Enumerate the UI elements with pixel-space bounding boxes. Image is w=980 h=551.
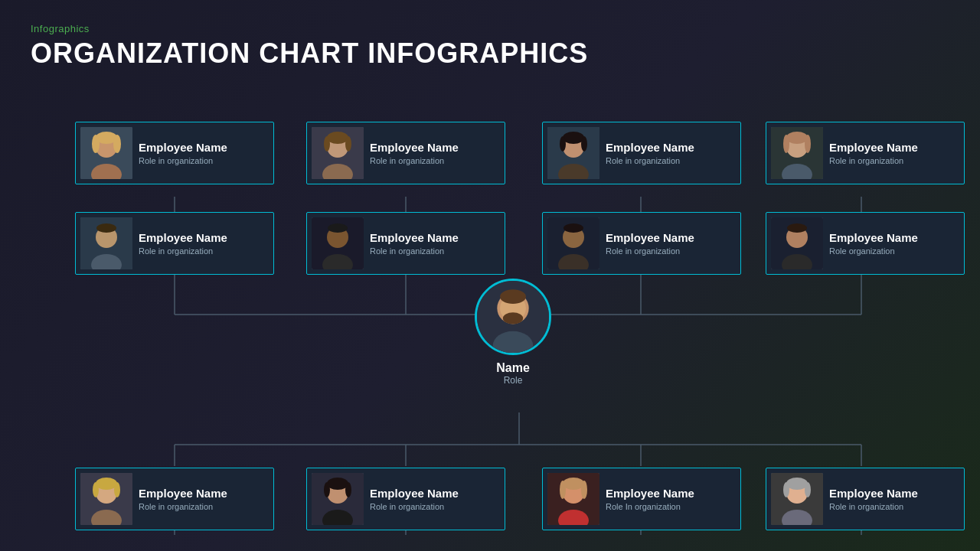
svg-point-89 [563, 478, 584, 490]
center-name: Name [496, 361, 530, 375]
emp-card-top-right-1: Employee Name Role in organization [766, 122, 965, 184]
emp-role: Role In organization [606, 502, 694, 511]
emp-name: Employee Name [139, 487, 227, 500]
page-title: ORGANIZATION CHART INFOGRAPHICS [31, 37, 949, 70]
svg-point-80 [324, 482, 330, 497]
center-avatar [475, 279, 551, 355]
emp-name: Employee Name [606, 141, 694, 155]
emp-name: Employee Name [606, 487, 694, 500]
avatar-top-midleft-1 [312, 127, 364, 179]
emp-info-bot-right-1: Employee Name Role in organization [829, 487, 918, 511]
infographics-label: Infographics [31, 23, 949, 34]
emp-info-top-midright-1: Employee Name Role in organization [606, 141, 694, 165]
avatar-top-midright-2 [547, 217, 599, 269]
emp-card-bot-left-1: Employee Name Role in organization [75, 468, 274, 530]
emp-role: Role in organization [829, 502, 918, 511]
emp-name: Employee Name [606, 231, 694, 245]
svg-point-25 [503, 312, 523, 324]
emp-info-top-midright-2: Employee Name Role in organization [606, 231, 694, 256]
emp-card-bot-right-1: Employee Name Role in organization [766, 468, 965, 530]
emp-name: Employee Name [139, 141, 227, 155]
avatar-bot-right-1 [771, 473, 823, 525]
emp-role: Role in organization [606, 156, 694, 165]
avatar-top-midleft-2 [312, 217, 364, 269]
emp-name: Employee Name [829, 141, 918, 155]
emp-role: Role in organization [139, 156, 227, 165]
svg-point-71 [114, 482, 120, 497]
emp-role: Role in organization [139, 246, 227, 256]
emp-role: Role in organization [829, 156, 918, 165]
avatar-bot-left-1 [80, 473, 132, 525]
svg-point-100 [783, 482, 789, 497]
emp-card-bot-midleft-1: Employee Name Role in organization [306, 468, 505, 530]
emp-name: Employee Name [829, 231, 918, 245]
svg-point-90 [560, 481, 566, 499]
emp-info-bot-left-1: Employee Name Role in organization [139, 487, 227, 511]
org-chart: Name Role Employee Name Role in organiza… [31, 83, 949, 535]
svg-point-51 [581, 136, 587, 152]
svg-point-81 [345, 482, 351, 497]
emp-card-top-left-1: Employee Name Role in organization [75, 122, 274, 184]
emp-role: Role in organization [139, 502, 227, 511]
svg-point-70 [93, 482, 99, 497]
emp-card-top-midleft-1: Employee Name Role in organization [306, 122, 505, 184]
emp-card-bot-midright-1: Employee Name Role In organization [542, 468, 741, 530]
emp-name: Employee Name [829, 487, 918, 500]
svg-point-101 [805, 482, 811, 497]
emp-info-top-right-1: Employee Name Role in organization [829, 141, 918, 165]
emp-role: Role in organization [370, 246, 459, 256]
emp-role: Role organization [829, 246, 918, 256]
svg-point-91 [581, 481, 587, 499]
svg-point-39 [327, 132, 348, 144]
center-role: Role [504, 375, 523, 386]
emp-name: Employee Name [370, 141, 459, 155]
emp-name: Employee Name [370, 231, 459, 245]
svg-point-61 [805, 135, 811, 153]
svg-point-41 [345, 136, 351, 152]
svg-point-24 [500, 289, 526, 304]
svg-point-79 [327, 478, 348, 490]
emp-card-top-right-2: Employee Name Role organization [766, 212, 965, 275]
slide: Infographics ORGANIZATION CHART INFOGRAP… [0, 0, 980, 551]
emp-card-top-left-2: Employee Name Role in organization [75, 212, 274, 275]
svg-point-40 [324, 136, 330, 152]
emp-info-top-right-2: Employee Name Role organization [829, 231, 918, 256]
avatar-top-midright-1 [547, 127, 599, 179]
svg-point-69 [96, 478, 117, 490]
emp-name: Employee Name [139, 231, 227, 245]
svg-point-45 [328, 223, 348, 233]
avatar-top-right-1 [771, 127, 823, 179]
emp-name: Employee Name [370, 487, 459, 500]
avatar-bot-midright-1 [547, 473, 599, 525]
svg-point-65 [787, 223, 807, 233]
svg-point-35 [96, 223, 116, 233]
svg-point-50 [560, 136, 566, 152]
emp-card-top-midleft-2: Employee Name Role in organization [306, 212, 505, 275]
emp-role: Role in organization [606, 246, 694, 256]
emp-card-top-midright-1: Employee Name Role in organization [542, 122, 741, 184]
avatar-top-right-2 [771, 217, 823, 269]
svg-point-99 [786, 478, 808, 490]
avatar-top-left-2 [80, 217, 132, 269]
emp-info-bot-midleft-1: Employee Name Role in organization [370, 487, 459, 511]
emp-info-bot-midright-1: Employee Name Role In organization [606, 487, 694, 511]
svg-point-30 [92, 135, 100, 153]
avatar-bot-midleft-1 [312, 473, 364, 525]
center-node: Name Role [475, 279, 551, 386]
emp-card-top-midright-2: Employee Name Role in organization [542, 212, 741, 275]
svg-point-49 [563, 132, 584, 144]
emp-role: Role in organization [370, 502, 459, 511]
svg-point-60 [783, 135, 789, 153]
emp-info-top-midleft-1: Employee Name Role in organization [370, 141, 459, 165]
svg-point-55 [564, 223, 583, 233]
avatar-top-left-1 [80, 127, 132, 179]
header: Infographics ORGANIZATION CHART INFOGRAP… [31, 23, 949, 70]
emp-info-top-left-1: Employee Name Role in organization [139, 141, 227, 165]
svg-point-31 [113, 135, 121, 153]
svg-point-59 [786, 132, 808, 144]
emp-role: Role in organization [370, 156, 459, 165]
emp-info-top-midleft-2: Employee Name Role in organization [370, 231, 459, 256]
emp-info-top-left-2: Employee Name Role in organization [139, 231, 227, 256]
